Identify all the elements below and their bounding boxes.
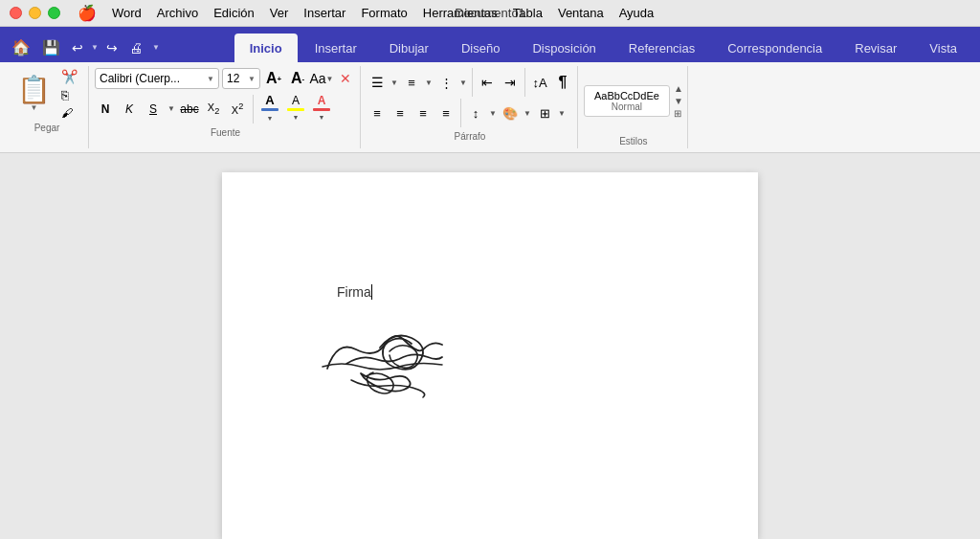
tab-dibujar[interactable]: Dibujar (374, 34, 444, 62)
align-center-button[interactable]: ≡ (390, 102, 411, 124)
tab-referencias[interactable]: Referencias (613, 34, 710, 62)
para-group-label: Párrafo (367, 131, 573, 142)
font-size-selector[interactable]: 12 ▼ (222, 68, 260, 89)
highlight-color-button[interactable]: A ▼ (284, 93, 307, 125)
edicion-menu[interactable]: Edición (206, 4, 262, 22)
increase-indent-button[interactable]: ⇥ (500, 72, 521, 93)
undo-icon[interactable]: ↩ (68, 38, 87, 57)
normal-style-card[interactable]: AaBbCcDdEe Normal (584, 85, 670, 117)
font-size-value: 12 (227, 72, 239, 85)
undo-dropdown-icon[interactable]: ▼ (91, 43, 99, 52)
document-page[interactable]: Firma (222, 172, 758, 539)
paragraph-group: ☰ ▼ ≡ ▼ ⋮ ▼ ⇤ ⇥ ↕A (363, 66, 578, 148)
format-painter-button[interactable]: 🖌 (58, 105, 80, 121)
font-name-value: Calibri (Cuerp... (100, 72, 180, 85)
home-icon[interactable]: 🏠 (8, 36, 34, 58)
tab-revisar[interactable]: Revisar (839, 34, 912, 62)
quickaccess-dropdown[interactable]: ▼ (152, 43, 160, 52)
menu-bar: 🍎 Word Archivo Edición Ver Insertar Form… (70, 2, 661, 24)
maximize-button[interactable] (48, 7, 60, 19)
change-case-button[interactable]: Aa▼ (311, 68, 332, 89)
subscript-button[interactable]: X2 (203, 99, 224, 120)
styles-scroll-up[interactable]: ▲ (674, 83, 683, 94)
tab-disposicion[interactable]: Disposición (517, 34, 611, 62)
borders-icon: ⊞ (540, 106, 550, 121)
align-right-button[interactable]: ≡ (412, 102, 434, 124)
cut-icon: ✂️ (61, 69, 78, 84)
justify-button[interactable]: ≡ (435, 102, 457, 124)
word-menu[interactable]: Word (104, 4, 149, 22)
bullets-icon: ☰ (371, 75, 384, 90)
copy-button[interactable]: ⎘ (58, 87, 80, 103)
bullets-button[interactable]: ☰ (367, 72, 388, 93)
close-button[interactable] (10, 7, 22, 19)
font-name-selector[interactable]: Calibri (Cuerp... ▼ (95, 68, 219, 89)
numbered-list-button[interactable]: ≡ (401, 72, 422, 93)
text-color-icon: A (265, 93, 274, 107)
paste-label: Pegar (34, 123, 60, 133)
align-right-icon: ≡ (419, 106, 427, 121)
underline-dropdown[interactable]: ▼ (167, 99, 176, 120)
line-spacing-dropdown[interactable]: ▼ (488, 102, 498, 124)
minimize-button[interactable] (29, 7, 41, 19)
pilcrow-icon: ¶ (559, 74, 568, 91)
font-color-red-button[interactable]: A ▼ (310, 93, 333, 125)
paste-button[interactable]: 📋 ▼ (13, 75, 55, 114)
font-color-red-icon: A (318, 94, 326, 107)
italic-button[interactable]: K (119, 99, 140, 120)
shrink-font-button[interactable]: A- (287, 68, 308, 89)
styles-expand[interactable]: ⊞ (674, 108, 683, 119)
bullets-dropdown[interactable]: ▼ (390, 72, 399, 93)
font-separator (253, 95, 254, 124)
multilevel-list-button[interactable]: ⋮ (435, 72, 457, 93)
ver-menu[interactable]: Ver (262, 4, 297, 22)
cut-button[interactable]: ✂️ (58, 68, 80, 85)
clear-formatting-button[interactable]: ✕ (335, 68, 356, 89)
font-name-dropdown-arrow: ▼ (207, 75, 214, 83)
tab-vista[interactable]: Vista (914, 34, 972, 62)
tab-inicio[interactable]: Inicio (234, 34, 298, 62)
ayuda-menu[interactable]: Ayuda (612, 4, 662, 22)
text-color-dropdown[interactable]: ▼ (265, 111, 275, 124)
shading-button[interactable]: 🎨 (500, 102, 521, 124)
copy-icon: ⎘ (61, 88, 69, 102)
grow-font-button[interactable]: A+ (263, 68, 284, 89)
align-left-button[interactable]: ≡ (367, 102, 388, 124)
document-content[interactable]: Firma (337, 284, 372, 300)
line-spacing-icon: ↕ (473, 106, 479, 121)
clear-formatting-icon: ✕ (340, 71, 351, 86)
sort-button[interactable]: ↕A (529, 72, 550, 93)
tab-correspondencia[interactable]: Correspondencia (712, 34, 837, 62)
ribbon-tab-bar: 🏠 💾 ↩ ▼ ↪ 🖨 ▼ Inicio Insertar Dibujar Di… (0, 27, 980, 62)
apple-menu[interactable]: 🍎 (70, 2, 104, 24)
title-bar: 🍎 Word Archivo Edición Ver Insertar Form… (0, 0, 980, 27)
increase-indent-icon: ⇥ (504, 75, 516, 90)
save-icon[interactable]: 💾 (38, 37, 64, 58)
strikethrough-button[interactable]: abc (179, 99, 200, 120)
line-spacing-button[interactable]: ↕ (465, 102, 486, 124)
text-cursor (371, 284, 372, 300)
redo-icon[interactable]: ↪ (102, 38, 122, 57)
archivo-menu[interactable]: Archivo (149, 4, 206, 22)
show-formatting-button[interactable]: ¶ (552, 72, 573, 93)
borders-button[interactable]: ⊞ (534, 102, 555, 124)
highlight-dropdown[interactable]: ▼ (291, 111, 301, 124)
underline-button[interactable]: S (143, 99, 164, 120)
print-icon[interactable]: 🖨 (125, 38, 146, 57)
font-color-red-dropdown[interactable]: ▼ (317, 111, 326, 124)
numbered-dropdown[interactable]: ▼ (424, 72, 434, 93)
insertar-menu[interactable]: Insertar (296, 4, 353, 22)
ventana-menu[interactable]: Ventana (550, 4, 612, 22)
tab-diseno[interactable]: Diseño (446, 34, 515, 62)
decrease-indent-icon: ⇤ (481, 75, 493, 90)
tab-insertar[interactable]: Insertar (300, 34, 372, 62)
decrease-indent-button[interactable]: ⇤ (477, 72, 498, 93)
styles-scroll-down[interactable]: ▼ (674, 96, 683, 106)
text-color-button[interactable]: A ▼ (258, 92, 281, 125)
formato-menu[interactable]: Formato (353, 4, 414, 22)
superscript-button[interactable]: X2 (227, 99, 248, 120)
shading-dropdown[interactable]: ▼ (523, 102, 532, 124)
borders-dropdown[interactable]: ▼ (557, 102, 567, 124)
multilevel-dropdown[interactable]: ▼ (458, 72, 468, 93)
bold-button[interactable]: N (95, 99, 116, 120)
